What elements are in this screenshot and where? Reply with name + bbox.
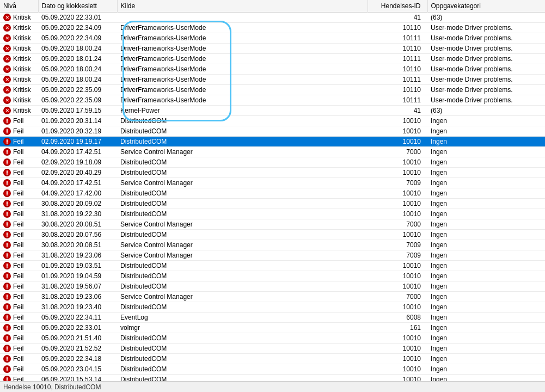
table-row[interactable]: Feil30.08.2020 20.07.56DistributedCOM100… <box>0 230 545 240</box>
table-row[interactable]: Feil02.09.2020 20.40.29DistributedCOM100… <box>0 168 545 178</box>
level-text: Kritisk <box>13 34 31 42</box>
table-row[interactable]: Feil31.08.2020 19.23.40DistributedCOM100… <box>0 302 545 313</box>
level-text: Feil <box>13 355 23 363</box>
level-text: Feil <box>13 293 23 301</box>
cell-niva: Kritisk <box>0 54 38 64</box>
table-row[interactable]: Feil01.09.2020 19.04.59DistributedCOM100… <box>0 271 545 281</box>
table-row[interactable]: Feil01.09.2020 20.32.19DistributedCOM100… <box>0 126 545 137</box>
table-row[interactable]: Kritisk05.09.2020 22.35.09DriverFramewor… <box>0 85 545 95</box>
table-row[interactable]: Feil04.09.2020 17.42.51Service Control M… <box>0 178 545 188</box>
cell-id: 10110 <box>368 85 427 95</box>
table-row[interactable]: Feil31.08.2020 19.22.30DistributedCOM100… <box>0 209 545 219</box>
table-row[interactable]: Feil31.08.2020 19.23.06Service Control M… <box>0 250 545 261</box>
col-header-id[interactable]: Hendelses-ID <box>368 0 427 13</box>
level-text: Feil <box>13 365 23 373</box>
cell-kilde: DistributedCOM <box>117 188 368 199</box>
table-row[interactable]: Feil31.08.2020 19.56.07DistributedCOM100… <box>0 281 545 292</box>
feil-icon <box>3 324 11 332</box>
cell-dato: 05.09.2020 18.00.24 <box>38 75 117 85</box>
cell-dato: 01.09.2020 19.03.51 <box>38 261 117 271</box>
cell-id: 10111 <box>368 54 427 64</box>
table-row[interactable]: Feil30.08.2020 20.08.51Service Control M… <box>0 240 545 250</box>
feil-icon <box>3 179 11 187</box>
cell-niva: Kritisk <box>0 13 38 23</box>
cell-id: 10010 <box>368 209 427 219</box>
level-text: Feil <box>13 262 23 270</box>
cell-id: 41 <box>368 13 427 23</box>
cell-oppgave: Ingen <box>427 209 545 219</box>
table-row[interactable]: Kritisk05.09.2020 17.59.15Kernel-Power41… <box>0 106 545 116</box>
level-text: Kritisk <box>13 86 31 94</box>
cell-niva: Feil <box>0 157 38 168</box>
table-row[interactable]: Feil05.09.2020 22.34.18DistributedCOM100… <box>0 354 545 364</box>
cell-niva: Feil <box>0 199 38 209</box>
table-row[interactable]: Feil30.08.2020 20.08.51Service Control M… <box>0 219 545 230</box>
cell-oppgave: User-mode Driver problems. <box>427 85 545 95</box>
table-row[interactable]: Feil04.09.2020 17.42.51Service Control M… <box>0 147 545 157</box>
cell-oppgave: Ingen <box>427 240 545 250</box>
col-header-oppgave[interactable]: Oppgavekategori <box>427 0 545 13</box>
cell-kilde: DistributedCOM <box>117 302 368 313</box>
feil-icon <box>3 169 11 176</box>
cell-niva: Feil <box>0 323 38 333</box>
table-row[interactable]: Feil05.09.2020 22.34.11EventLog6008Ingen <box>0 313 545 323</box>
table-row[interactable]: Kritisk05.09.2020 22.33.0141(63) <box>0 13 545 23</box>
cell-oppgave: User-mode Driver problems. <box>427 54 545 64</box>
table-row[interactable]: Feil05.09.2020 23.04.15DistributedCOM100… <box>0 364 545 375</box>
cell-id: 10010 <box>368 126 427 137</box>
table-row[interactable]: Feil06.09.2020 15.53.14DistributedCOM100… <box>0 375 545 382</box>
cell-id: 10010 <box>368 281 427 292</box>
cell-dato: 01.09.2020 19.04.59 <box>38 271 117 281</box>
level-text: Feil <box>13 138 23 145</box>
table-row[interactable]: Kritisk05.09.2020 18.00.24DriverFramewor… <box>0 75 545 85</box>
cell-dato: 30.08.2020 20.08.51 <box>38 240 117 250</box>
cell-id: 10010 <box>368 354 427 364</box>
cell-kilde: DistributedCOM <box>117 281 368 292</box>
col-header-kilde[interactable]: Kilde <box>117 0 368 13</box>
event-log-table-container[interactable]: Nivå Dato og klokkeslett Kilde Hendelses… <box>0 0 545 381</box>
table-row[interactable]: Feil05.09.2020 21.52.52DistributedCOM100… <box>0 344 545 354</box>
cell-dato: 05.09.2020 17.59.15 <box>38 106 117 116</box>
table-row[interactable]: Kritisk05.09.2020 18.00.24DriverFramewor… <box>0 64 545 75</box>
cell-id: 41 <box>368 106 427 116</box>
feil-icon <box>3 272 11 280</box>
feil-icon <box>3 210 11 218</box>
table-row[interactable]: Feil02.09.2020 19.18.09DistributedCOM100… <box>0 157 545 168</box>
table-row[interactable]: Feil05.09.2020 21.51.40DistributedCOM100… <box>0 333 545 344</box>
cell-id: 7009 <box>368 178 427 188</box>
kritisk-icon <box>3 55 11 63</box>
table-row[interactable]: Kritisk05.09.2020 22.34.09DriverFramewor… <box>0 33 545 44</box>
table-row[interactable]: Kritisk05.09.2020 18.01.24DriverFramewor… <box>0 54 545 64</box>
cell-kilde <box>117 13 368 23</box>
table-row[interactable]: Feil31.08.2020 19.23.06Service Control M… <box>0 292 545 302</box>
cell-niva: Feil <box>0 302 38 313</box>
table-row[interactable]: Feil01.09.2020 19.03.51DistributedCOM100… <box>0 261 545 271</box>
table-row[interactable]: Kritisk05.09.2020 22.35.09DriverFramewor… <box>0 95 545 106</box>
level-text: Feil <box>13 220 23 228</box>
col-header-dato[interactable]: Dato og klokkeslett <box>38 0 117 13</box>
level-text: Kritisk <box>13 65 31 73</box>
level-text: Feil <box>13 148 23 156</box>
table-row[interactable]: Kritisk05.09.2020 22.34.09DriverFramewor… <box>0 23 545 33</box>
level-text: Feil <box>13 231 23 238</box>
cell-kilde: DistributedCOM <box>117 126 368 137</box>
table-row[interactable]: Feil02.09.2020 19.19.17DistributedCOM100… <box>0 137 545 147</box>
col-header-niva[interactable]: Nivå <box>0 0 38 13</box>
cell-oppgave: Ingen <box>427 344 545 354</box>
cell-id: 10010 <box>368 168 427 178</box>
cell-oppgave: Ingen <box>427 333 545 344</box>
cell-niva: Feil <box>0 219 38 230</box>
table-row[interactable]: Feil04.09.2020 17.42.00DistributedCOM100… <box>0 188 545 199</box>
cell-dato: 05.09.2020 22.33.01 <box>38 323 117 333</box>
cell-dato: 05.09.2020 22.35.09 <box>38 85 117 95</box>
cell-niva: Feil <box>0 261 38 271</box>
table-row[interactable]: Feil05.09.2020 22.33.01volmgr161Ingen <box>0 323 545 333</box>
table-row[interactable]: Feil30.08.2020 20.09.02DistributedCOM100… <box>0 199 545 209</box>
table-row[interactable]: Kritisk05.09.2020 18.00.24DriverFramewor… <box>0 44 545 54</box>
cell-oppgave: Ingen <box>427 250 545 261</box>
cell-dato: 01.09.2020 20.32.19 <box>38 126 117 137</box>
cell-kilde: DriverFrameworks-UserMode <box>117 85 368 95</box>
cell-kilde: DistributedCOM <box>117 157 368 168</box>
cell-kilde: Service Control Manager <box>117 292 368 302</box>
table-row[interactable]: Feil01.09.2020 20.31.14DistributedCOM100… <box>0 116 545 126</box>
